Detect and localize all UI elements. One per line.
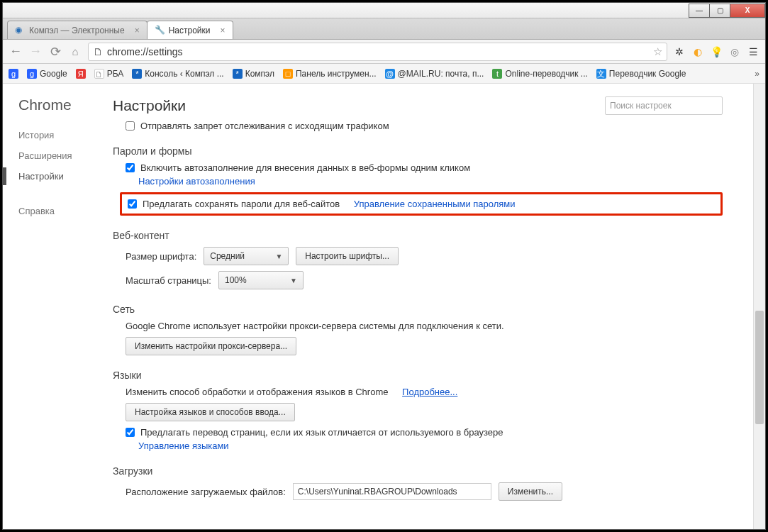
bookmark-label: Переводчик Google bbox=[609, 69, 686, 79]
chevron-down-icon: ▼ bbox=[275, 253, 282, 260]
vertical-scrollbar[interactable] bbox=[753, 84, 765, 529]
bookmark-label: Online-переводчик ... bbox=[505, 69, 587, 79]
customize-fonts-button[interactable]: Настроить шрифты... bbox=[296, 247, 399, 265]
back-button[interactable]: ← bbox=[9, 45, 23, 59]
kompel-icon: * bbox=[233, 69, 243, 79]
gear-icon[interactable]: ✲ bbox=[673, 45, 686, 58]
section-passwords-forms: Пароли и формы bbox=[113, 145, 723, 157]
bookmark-label: Компэл bbox=[245, 69, 274, 79]
section-web-content: Веб-контент bbox=[113, 230, 723, 241]
home-button[interactable]: ⌂ bbox=[68, 45, 82, 59]
download-path-label: Расположение загружаемых файлов: bbox=[126, 487, 286, 497]
page-title: Настройки bbox=[113, 97, 186, 114]
save-passwords-checkbox[interactable] bbox=[128, 199, 137, 209]
bookmark-kompel-console[interactable]: *Консоль ‹ Компэл ... bbox=[132, 69, 223, 79]
wrench-icon: 🔧 bbox=[155, 26, 165, 35]
change-download-path-button[interactable]: Изменить... bbox=[499, 482, 562, 501]
extension-icon[interactable]: ◐ bbox=[691, 45, 704, 58]
bookmarks-bar: g gGoogle Я 🗋РБА *Консоль ‹ Компэл ... *… bbox=[3, 64, 765, 84]
do-not-track-checkbox[interactable] bbox=[126, 121, 135, 131]
window-maximize-button[interactable]: ▢ bbox=[709, 4, 730, 18]
sidebar-item-help[interactable]: Справка bbox=[18, 201, 113, 221]
extension-bulb-icon[interactable]: 💡 bbox=[710, 45, 723, 58]
page-zoom-label: Масштаб страницы: bbox=[126, 275, 211, 286]
chrome-brand: Chrome bbox=[18, 96, 113, 113]
highlighted-save-passwords-row: Предлагать сохранять пароли для веб-сайт… bbox=[120, 192, 723, 216]
bookmark-star-icon[interactable]: ☆ bbox=[653, 45, 662, 58]
tab-strip: ◉ Компэл — Электронные × 🔧 Настройки × bbox=[3, 18, 765, 40]
settings-sidebar: Chrome История Расширения Настройки Спра… bbox=[3, 96, 113, 506]
languages-desc: Изменить способ обработки и отображения … bbox=[126, 387, 388, 397]
sidebar-item-settings[interactable]: Настройки bbox=[18, 166, 113, 187]
content-area: Chrome История Расширения Настройки Спра… bbox=[3, 84, 765, 529]
settings-page: Chrome История Расширения Настройки Спра… bbox=[3, 84, 753, 529]
manage-languages-link[interactable]: Управление языками bbox=[138, 440, 229, 451]
forward-button[interactable]: → bbox=[28, 45, 43, 59]
page-icon: 🗋 bbox=[94, 69, 104, 79]
mail-icon: @ bbox=[385, 69, 395, 79]
bookmark-yandex[interactable]: Я bbox=[76, 69, 86, 79]
reload-button[interactable]: ⟳ bbox=[48, 45, 62, 59]
window-titlebar: — ▢ X bbox=[3, 3, 765, 18]
bookmark-label: @MAIL.RU: почта, п... bbox=[398, 69, 484, 79]
sidebar-item-extensions[interactable]: Расширения bbox=[18, 145, 113, 166]
save-passwords-label: Предлагать сохранять пароли для веб-сайт… bbox=[143, 199, 340, 209]
learn-more-link[interactable]: Подробнее... bbox=[402, 387, 457, 397]
translate-icon: 文 bbox=[596, 69, 606, 79]
bookmark-toolbar[interactable]: □Панель инструмен... bbox=[283, 69, 377, 79]
bookmark-label: РБА bbox=[107, 69, 124, 79]
ya-icon: Я bbox=[76, 69, 86, 79]
window-minimize-button[interactable]: — bbox=[689, 4, 710, 18]
navigation-bar: ← → ⟳ ⌂ 🗋 chrome://settings ☆ ✲ ◐ 💡 ◎ ☰ bbox=[3, 40, 765, 64]
download-path-field[interactable]: C:\Users\Yuninat.RBAGROUP\Downloads bbox=[293, 483, 491, 500]
extension-icon[interactable]: ◎ bbox=[728, 45, 741, 58]
chrome-menu-button[interactable]: ☰ bbox=[747, 45, 759, 58]
bookmark-label: Панель инструмен... bbox=[296, 69, 377, 79]
bookmark-label: Google bbox=[40, 69, 67, 79]
g-icon: g bbox=[27, 69, 37, 79]
section-downloads: Загрузки bbox=[113, 465, 723, 477]
bookmark-google-g[interactable]: g bbox=[9, 69, 18, 79]
tab-close-icon[interactable]: × bbox=[135, 26, 140, 35]
tab-label: Компэл — Электронные bbox=[29, 26, 125, 35]
bookmarks-overflow-button[interactable]: » bbox=[755, 69, 759, 79]
font-size-select[interactable]: Средний▼ bbox=[204, 247, 289, 265]
proxy-settings-button[interactable]: Изменить настройки прокси-сервера... bbox=[126, 337, 296, 355]
bookmark-kompel[interactable]: *Компэл bbox=[233, 69, 274, 79]
section-languages: Языки bbox=[113, 370, 723, 381]
globe-icon: ◉ bbox=[15, 26, 25, 35]
network-desc: Google Chrome использует настройки прокс… bbox=[126, 321, 504, 331]
offer-translate-label: Предлагать перевод страниц, если их язык… bbox=[140, 427, 503, 438]
font-size-label: Размер шрифта: bbox=[126, 251, 196, 262]
bookmark-rba[interactable]: 🗋РБА bbox=[94, 69, 124, 79]
offer-translate-checkbox[interactable] bbox=[126, 428, 135, 437]
do-not-track-label: Отправлять запрет отслеживания с исходящ… bbox=[140, 121, 389, 131]
tab-close-icon[interactable]: × bbox=[220, 26, 225, 35]
section-network: Сеть bbox=[113, 304, 723, 315]
address-bar[interactable]: 🗋 chrome://settings ☆ bbox=[88, 43, 667, 61]
autofill-settings-link[interactable]: Настройки автозаполнения bbox=[138, 176, 255, 187]
window-close-button[interactable]: X bbox=[730, 4, 765, 18]
bookmark-google[interactable]: gGoogle bbox=[27, 69, 67, 79]
settings-main: Настройки Поиск настроек Отправлять запр… bbox=[113, 96, 751, 506]
tab-kompel[interactable]: ◉ Компэл — Электронные × bbox=[7, 21, 148, 39]
page-zoom-select[interactable]: 100%▼ bbox=[218, 271, 304, 289]
tab-settings[interactable]: 🔧 Настройки × bbox=[147, 21, 233, 39]
page-icon: 🗋 bbox=[93, 46, 103, 57]
scrollbar-thumb[interactable] bbox=[755, 311, 764, 424]
bookmark-mailru[interactable]: @@MAIL.RU: почта, п... bbox=[385, 69, 484, 79]
g-icon: g bbox=[9, 69, 18, 79]
autofill-checkbox[interactable] bbox=[126, 163, 135, 172]
chevron-down-icon: ▼ bbox=[290, 277, 297, 284]
sidebar-item-history[interactable]: История bbox=[18, 125, 113, 145]
orange-icon: □ bbox=[283, 69, 293, 79]
language-settings-button[interactable]: Настройка языков и способов ввода... bbox=[126, 403, 295, 421]
bookmark-google-translate[interactable]: 文Переводчик Google bbox=[596, 69, 686, 79]
autofill-label: Включить автозаполнение для внесения дан… bbox=[140, 162, 470, 173]
tab-label: Настройки bbox=[169, 26, 211, 35]
manage-passwords-link[interactable]: Управление сохраненными паролями bbox=[354, 199, 516, 209]
bookmark-label: Консоль ‹ Компэл ... bbox=[145, 69, 223, 79]
bookmark-translator[interactable]: tOnline-переводчик ... bbox=[492, 69, 587, 79]
translate-icon: t bbox=[492, 69, 502, 79]
settings-search-input[interactable]: Поиск настроек bbox=[605, 96, 723, 115]
